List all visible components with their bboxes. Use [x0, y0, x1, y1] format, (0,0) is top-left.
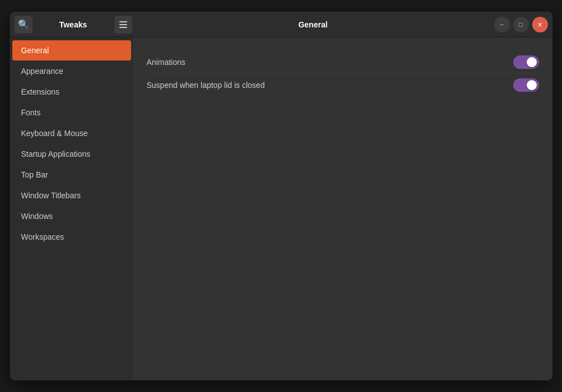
search-icon: 🔍	[18, 19, 29, 30]
titlebar-center: General	[132, 20, 494, 29]
titlebar: 🔍 Tweaks General − □ ×	[10, 12, 552, 38]
sidebar-item-startup-applications[interactable]: Startup Applications	[12, 144, 131, 164]
animations-row: Animations	[147, 51, 539, 74]
animations-toggle[interactable]	[513, 55, 539, 69]
sidebar-item-label: Fonts	[21, 108, 41, 117]
sidebar-item-appearance[interactable]: Appearance	[12, 61, 131, 81]
app-title: Tweaks	[36, 20, 111, 29]
titlebar-controls: − □ ×	[494, 17, 548, 32]
suspend-lid-row: Suspend when laptop lid is closed	[147, 74, 539, 96]
close-button[interactable]: ×	[532, 17, 548, 32]
sidebar-item-extensions[interactable]: Extensions	[12, 82, 131, 102]
toggle-thumb	[527, 57, 537, 67]
sidebar-item-top-bar[interactable]: Top Bar	[12, 165, 131, 185]
hamburger-icon	[119, 21, 127, 28]
minimize-icon: −	[500, 21, 504, 29]
sidebar-item-label: Startup Applications	[21, 150, 91, 158]
animations-label: Animations	[147, 58, 185, 67]
suspend-lid-label: Suspend when laptop lid is closed	[147, 81, 265, 90]
maximize-button[interactable]: □	[513, 17, 529, 32]
sidebar-item-general[interactable]: General	[12, 40, 131, 60]
toggle-thumb	[527, 80, 537, 90]
sidebar: General Appearance Extensions Fonts Keyb…	[10, 38, 133, 380]
sidebar-item-label: Top Bar	[21, 170, 48, 179]
close-icon: ×	[537, 20, 542, 29]
sidebar-item-label: Window Titlebars	[21, 191, 81, 200]
sidebar-item-window-titlebars[interactable]: Window Titlebars	[12, 185, 131, 206]
window-title: General	[298, 20, 327, 29]
sidebar-item-workspaces[interactable]: Workspaces	[12, 227, 131, 247]
sidebar-item-windows[interactable]: Windows	[12, 206, 131, 226]
sidebar-item-label: Workspaces	[21, 232, 64, 241]
sidebar-item-label: Extensions	[21, 87, 59, 96]
menu-button[interactable]	[114, 16, 132, 34]
sidebar-item-keyboard-mouse[interactable]: Keyboard & Mouse	[12, 123, 131, 143]
sidebar-item-label: Windows	[21, 212, 53, 221]
sidebar-item-label: General	[21, 46, 49, 55]
suspend-lid-toggle[interactable]	[513, 78, 539, 92]
content-area: General Appearance Extensions Fonts Keyb…	[10, 38, 552, 380]
main-content: Animations Suspend when laptop lid is cl…	[133, 38, 552, 380]
search-button[interactable]: 🔍	[15, 16, 32, 34]
titlebar-left: 🔍 Tweaks	[15, 16, 132, 34]
app-window: 🔍 Tweaks General − □ ×	[10, 11, 553, 381]
sidebar-item-label: Appearance	[21, 67, 64, 76]
maximize-icon: □	[519, 21, 523, 29]
minimize-button[interactable]: −	[494, 17, 510, 32]
sidebar-item-label: Keyboard & Mouse	[21, 129, 88, 138]
sidebar-item-fonts[interactable]: Fonts	[12, 102, 131, 123]
